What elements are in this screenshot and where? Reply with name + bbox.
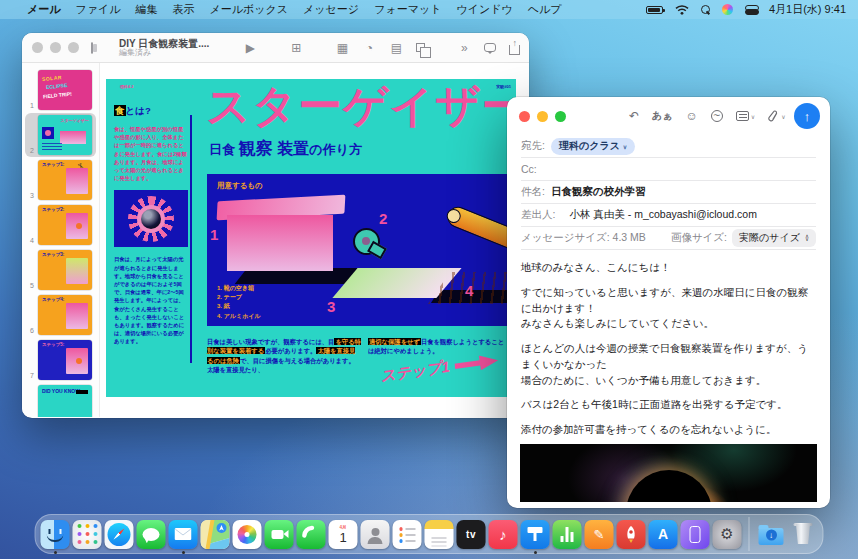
dock-numbers-icon[interactable] [553, 518, 582, 551]
media-button[interactable]: ▤ [389, 42, 403, 54]
mail-compose-window[interactable]: ↶ あぁ ☺ 〜 ∨ ∨ ∨ ↑ 宛先: 理科のクラス [507, 97, 830, 508]
format-text-icon[interactable]: あぁ [652, 111, 672, 121]
menu-message[interactable]: メッセージ [303, 2, 359, 17]
slide-canvas[interactable]: 理科4.2 実験#01 食とは? 食は、恒星や惑星が別の恒星や惑星の影に入り、全… [100, 63, 529, 417]
shape-button[interactable] [416, 43, 425, 52]
sidebar-toggle-icon[interactable] [91, 42, 93, 54]
recipient-name: 理科のクラス [559, 139, 620, 153]
slide-thumbnail-1[interactable]: 1 SOLAR ECLIPSE FIELD TRIP! [25, 68, 96, 112]
subject-field[interactable]: 件名: 日食観察の校外学習 [521, 181, 816, 204]
body-paragraph: 添付の参加許可書を持ってくるのを忘れないように。 [521, 422, 816, 438]
warning-text-1: 日食は美しい現象ですが、観察するには、目を守る特別な装置を装着する必要があります… [207, 337, 361, 375]
chart-button[interactable]: ◔ [362, 42, 376, 54]
dock-trash-icon[interactable] [789, 518, 818, 551]
dock-mail-icon[interactable] [169, 518, 198, 551]
slide-thumbnail-3[interactable]: 3 ステップ1: ✂ [25, 158, 96, 202]
close-button[interactable] [32, 42, 43, 53]
dock-pages-icon[interactable]: ✎ [585, 518, 614, 551]
slide-thumbnail-2-selected[interactable]: 2 スターゲイザー [25, 113, 96, 157]
dock-music-icon[interactable]: ♪ [489, 518, 518, 551]
template-icon [736, 111, 749, 121]
slide-thumbnail-8[interactable]: 8 DID YOU KNOW [25, 383, 96, 417]
dock-keynote-icon[interactable] [521, 518, 550, 551]
menu-edit[interactable]: 編集 [136, 2, 158, 17]
slide-thumbnail-7[interactable]: 7 ステップ5: [25, 338, 96, 382]
eclipse-photo-attachment[interactable] [520, 444, 817, 502]
dock-iphone-mirroring-icon[interactable] [681, 518, 710, 551]
message-body[interactable]: 地球のみなさん、こんにちは！ すでに知っていると思いますが、来週の水曜日に日食の… [507, 250, 830, 444]
control-center-icon[interactable] [745, 5, 757, 15]
template-menu[interactable]: ∨ [736, 111, 755, 121]
slide-thumbnail-4[interactable]: 4 ステップ2: [25, 203, 96, 247]
zoom-button[interactable] [68, 42, 79, 53]
wifi-icon[interactable] [675, 5, 689, 15]
menu-app-name[interactable]: メール [27, 2, 61, 17]
window-controls[interactable] [32, 42, 79, 53]
eclipse-heading: 食とは? [114, 105, 188, 118]
dock-settings-icon[interactable]: ⚙ [713, 518, 742, 551]
keynote-window[interactable]: DIY 日食観察装置.... 編集済み ▶ ⊞ ▦ ◔ ▤ » ✎ ◇ [22, 33, 529, 418]
dock-facetime-icon[interactable] [265, 518, 294, 551]
slide-thumbnail-5[interactable]: 5 ステップ3: [25, 248, 96, 292]
body-paragraph: すでに知っていると思いますが、来週の水曜日に日食の観察に出かけます！ みなさんも… [521, 285, 816, 332]
menu-view[interactable]: 表示 [173, 2, 195, 17]
dock-rocket-app-icon[interactable] [617, 518, 646, 551]
dock-finder-icon[interactable] [41, 518, 70, 551]
to-field[interactable]: 宛先: 理科のクラス ∨ [521, 135, 816, 158]
menu-bar-clock[interactable]: 4月1日(水) 9:41 [769, 2, 846, 17]
to-label: 宛先: [521, 139, 545, 153]
dock-photos-icon[interactable] [233, 518, 262, 551]
signature-stamp-icon[interactable]: 〜 [711, 110, 723, 122]
dock-calendar-icon[interactable]: 4月1 [329, 518, 358, 551]
battery-icon[interactable] [646, 6, 663, 14]
recipient-token[interactable]: 理科のクラス ∨ [551, 138, 635, 155]
undo-icon[interactable]: ↶ [629, 110, 639, 122]
item-number: 1 [210, 226, 218, 243]
cc-field[interactable]: Cc: [521, 158, 816, 181]
dock-maps-icon[interactable] [201, 518, 230, 551]
dock-reminders-icon[interactable] [393, 518, 422, 551]
chevron-down-icon: ∨ [623, 143, 627, 150]
dock-appletv-icon[interactable]: tv [457, 518, 486, 551]
slide-thumbnail-6[interactable]: 6 ステップ4: [25, 293, 96, 337]
shoebox-illustration [227, 215, 333, 271]
minimize-button[interactable] [50, 42, 61, 53]
menu-file[interactable]: ファイル [76, 2, 121, 17]
image-size-select[interactable]: 実際のサイズ ∧∨ [732, 229, 816, 247]
slide-number: 3 [30, 192, 34, 200]
table-button[interactable]: ▦ [335, 42, 349, 54]
slide-number: 1 [30, 102, 34, 110]
spotlight-search-icon[interactable] [701, 5, 710, 14]
attach-menu[interactable]: ∨ [768, 110, 785, 123]
dock-notes-icon[interactable] [425, 518, 454, 551]
comment-button[interactable] [484, 43, 496, 52]
more-toolbar-button[interactable]: » [457, 42, 471, 54]
desktop: メール ファイル 編集 表示 メールボックス メッセージ フォーマット ウインド… [0, 0, 858, 559]
dock-safari-icon[interactable] [105, 518, 134, 551]
send-button[interactable]: ↑ [794, 103, 820, 129]
window-controls[interactable] [519, 111, 566, 122]
menu-mailbox[interactable]: メールボックス [210, 2, 289, 17]
dock-phone-icon[interactable] [297, 518, 326, 551]
menu-help[interactable]: ヘルプ [528, 2, 562, 17]
dock-contacts-icon[interactable] [361, 518, 390, 551]
dock-messages-icon[interactable] [137, 518, 166, 551]
emoji-icon[interactable]: ☺ [686, 110, 698, 122]
siri-icon[interactable] [722, 4, 733, 15]
slide-2[interactable]: 理科4.2 実験#01 食とは? 食は、恒星や惑星が別の恒星や惑星の影に入り、全… [106, 79, 516, 397]
dock-appstore-icon[interactable]: A [649, 518, 678, 551]
minimize-button[interactable] [537, 111, 548, 122]
zoom-button[interactable] [555, 111, 566, 122]
share-button[interactable] [509, 45, 520, 55]
menu-format[interactable]: フォーマット [374, 2, 441, 17]
close-button[interactable] [519, 111, 530, 122]
play-button[interactable]: ▶ [243, 42, 257, 54]
add-slide-button[interactable]: ⊞ [289, 42, 303, 54]
keynote-titlebar[interactable]: DIY 日食観察装置.... 編集済み ▶ ⊞ ▦ ◔ ▤ » ✎ ◇ [22, 33, 529, 63]
dock-downloads-icon[interactable]: ↓ [757, 518, 786, 551]
menu-window[interactable]: ウインドウ [456, 2, 512, 17]
dock-launchpad-icon[interactable] [73, 518, 102, 551]
message-size-label: メッセージサイズ: 4.3 MB [521, 231, 646, 245]
from-field[interactable]: 差出人: 小林 真由美 - m_cobayashi@icloud.com [521, 204, 816, 227]
mail-toolbar[interactable]: ↶ あぁ ☺ 〜 ∨ ∨ ∨ ↑ [507, 97, 830, 135]
